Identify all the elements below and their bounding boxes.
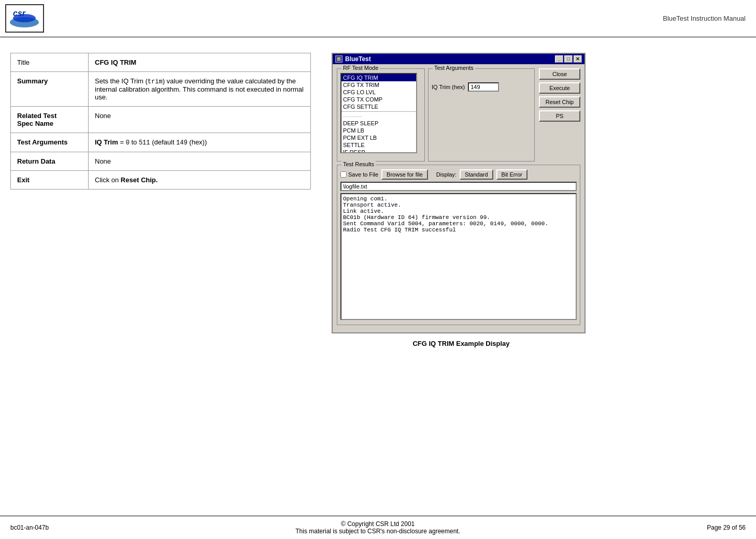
rf-test-mode-panel: RF Test Mode CFG IQ TRIM CFG TX TRIM CFG… xyxy=(337,68,425,162)
csr-logo: csr xyxy=(5,4,44,33)
window-title: BlueTest xyxy=(345,55,371,63)
display-label: Display: xyxy=(436,171,457,178)
list-item[interactable]: PCM EXT LB xyxy=(341,134,416,141)
related-label: Related TestSpec Name xyxy=(17,112,56,127)
footer-page: Page 29 of 56 xyxy=(707,524,746,531)
app-icon: B xyxy=(335,55,343,63)
panels-row: RF Test Mode CFG IQ TRIM CFG TX TRIM CFG… xyxy=(337,68,580,162)
save-to-file-text: Save to File xyxy=(348,171,378,178)
table-row: Related TestSpec Name None xyxy=(11,107,311,133)
save-to-file-checkbox-label[interactable]: Save to File xyxy=(340,171,378,178)
iq-default: 149 xyxy=(176,139,188,147)
list-item[interactable]: CFG TX TRIM xyxy=(341,81,416,89)
close-button[interactable]: Close xyxy=(539,68,580,80)
page-header: csr BlueTest Instruction Manual xyxy=(0,0,756,37)
list-divider: ............. xyxy=(341,111,416,119)
return-label: Return Data xyxy=(17,157,55,165)
table-row: Summary Sets the IQ Trim (trim) value ov… xyxy=(11,72,311,107)
titlebar-buttons[interactable]: _ □ ✕ xyxy=(555,55,582,63)
row-value: None xyxy=(89,107,311,133)
trim-code: trim xyxy=(148,78,163,85)
list-item[interactable]: IF RESP xyxy=(341,149,416,153)
window-body: RF Test Mode CFG IQ TRIM CFG TX TRIM CFG… xyxy=(333,64,584,332)
row-value: Click on Reset Chip. xyxy=(89,171,311,190)
titlebar-left: B BlueTest xyxy=(335,55,371,63)
iq-max: 511 xyxy=(139,139,150,147)
results-textarea[interactable]: Opening com1. Transport active. Link act… xyxy=(340,193,577,320)
list-item[interactable]: CFG SETTLE xyxy=(341,103,416,110)
row-value: Sets the IQ Trim (trim) value overriding… xyxy=(89,72,311,107)
save-to-file-checkbox[interactable] xyxy=(340,171,347,178)
iq-trim-field-label: IQ Trim (hex) xyxy=(432,84,465,90)
execute-button[interactable]: Execute xyxy=(539,82,580,94)
footer-copyright: © Copyright CSR Ltd 2001 xyxy=(295,520,460,528)
window-titlebar: B BlueTest _ □ ✕ xyxy=(333,54,584,64)
list-item[interactable]: CFG TX COMP xyxy=(341,96,416,103)
list-item[interactable]: SETTLE xyxy=(341,141,416,149)
exit-label: Exit xyxy=(17,176,30,184)
reset-chip-button[interactable]: Reset Chip xyxy=(539,96,580,108)
footer-doc-id: bc01-an-047b xyxy=(10,524,49,531)
iq-trim-label: IQ Trim xyxy=(95,138,118,146)
example-caption: CFG IQ TRIM Example Display xyxy=(332,340,591,347)
list-item[interactable]: PCM LB xyxy=(341,127,416,134)
ps-button[interactable]: PS xyxy=(539,110,580,122)
row-label: Related TestSpec Name xyxy=(11,107,89,133)
summary-label: Summary xyxy=(17,77,48,85)
list-item[interactable]: CFG LO LVL xyxy=(341,89,416,96)
table-row: Test Arguments IQ Trim = 0 to 511 (defau… xyxy=(11,133,311,152)
standard-button[interactable]: Standard xyxy=(460,169,493,180)
results-toolbar: Save to File Browse for file Display: St… xyxy=(340,169,577,180)
browse-for-file-button[interactable]: Browse for file xyxy=(381,169,428,180)
test-args-row: IQ Trim (hex) xyxy=(432,82,531,92)
page-footer: bc01-an-047b © Copyright CSR Ltd 2001 Th… xyxy=(0,516,756,539)
header-title: BlueTest Instruction Manual xyxy=(663,14,746,22)
footer-center: © Copyright CSR Ltd 2001 This material i… xyxy=(295,520,460,535)
close-button[interactable]: ✕ xyxy=(574,55,582,63)
right-section: B BlueTest _ □ ✕ RF Test Mode xyxy=(332,53,591,347)
test-arguments-panel: Test Arguments IQ Trim (hex) xyxy=(428,68,535,162)
main-content: Title CFG IQ TRIM Summary Sets the IQ Tr… xyxy=(0,37,756,358)
list-item[interactable]: CFG IQ TRIM xyxy=(341,74,416,81)
list-item[interactable]: DEEP SLEEP xyxy=(341,120,416,127)
rf-test-listbox[interactable]: CFG IQ TRIM CFG TX TRIM CFG LO LVL CFG T… xyxy=(340,73,417,153)
row-label: Exit xyxy=(11,171,89,190)
reset-chip-ref: Reset Chip. xyxy=(121,176,158,184)
row-label: Test Arguments xyxy=(11,133,89,152)
test-results-panel: Test Results Save to File Browse for fil… xyxy=(337,165,580,325)
row-value: IQ Trim = 0 to 511 (default 149 (hex)) xyxy=(89,133,311,152)
minimize-button[interactable]: _ xyxy=(555,55,563,63)
info-table: Title CFG IQ TRIM Summary Sets the IQ Tr… xyxy=(10,53,311,190)
test-results-label: Test Results xyxy=(341,161,376,167)
title-value: CFG IQ TRIM xyxy=(95,59,136,66)
table-row: Title CFG IQ TRIM xyxy=(11,53,311,72)
bit-error-button[interactable]: Bit Error xyxy=(496,169,527,180)
row-label: Return Data xyxy=(11,152,89,171)
row-label: Summary xyxy=(11,72,89,107)
maximize-button[interactable]: □ xyxy=(564,55,573,63)
table-row: Return Data None xyxy=(11,152,311,171)
filepath-input[interactable] xyxy=(340,182,577,191)
row-value: CFG IQ TRIM xyxy=(89,53,311,72)
bluetest-window: B BlueTest _ □ ✕ RF Test Mode xyxy=(332,53,586,333)
rf-test-mode-label: RF Test Mode xyxy=(341,65,380,71)
row-value: None xyxy=(89,152,311,171)
row-label: Title xyxy=(11,53,89,72)
footer-nda: This material is subject to CSR's non-di… xyxy=(295,528,460,535)
table-row: Exit Click on Reset Chip. xyxy=(11,171,311,190)
left-section: Title CFG IQ TRIM Summary Sets the IQ Tr… xyxy=(10,53,311,347)
iq-min: 0 xyxy=(126,139,130,147)
test-args-label: Test Arguments xyxy=(17,138,68,146)
csr-logo-svg: csr xyxy=(8,7,41,30)
right-buttons: Close Execute Reset Chip PS xyxy=(539,68,580,162)
svg-text:csr: csr xyxy=(13,9,26,18)
iq-trim-input[interactable] xyxy=(468,82,499,92)
test-arguments-label: Test Arguments xyxy=(433,65,475,71)
